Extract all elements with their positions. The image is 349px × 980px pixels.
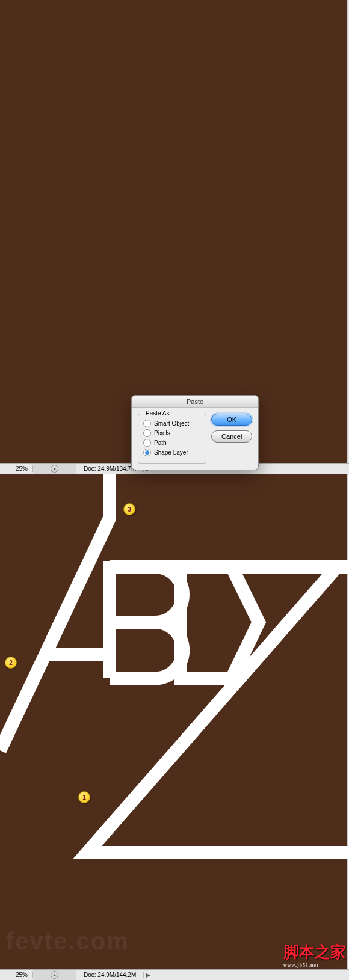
doc-menu[interactable]: ▸ (33, 970, 76, 980)
annotation-marker-1: 1 (78, 791, 90, 803)
artwork-shape (0, 474, 348, 969)
paste-dialog: Paste Paste As: Smart Object Pixels Path… (131, 395, 259, 470)
radio-label: Smart Object (154, 420, 189, 427)
dialog-title: Paste (132, 396, 258, 408)
radio-label: Shape Layer (154, 449, 188, 456)
radio-path[interactable]: Path (143, 439, 201, 447)
site-watermark: 脚本之家 www.jb51.net (283, 942, 346, 968)
radio-label: Pixels (154, 430, 170, 436)
doc-icon: ▸ (51, 465, 58, 473)
fieldset-legend: Paste As: (143, 410, 173, 417)
annotation-marker-2: 2 (5, 657, 17, 669)
radio-smart-object[interactable]: Smart Object (143, 420, 201, 427)
cancel-button[interactable]: Cancel (211, 430, 252, 443)
info-arrow-icon[interactable]: ▶ (144, 972, 152, 978)
canvas-top[interactable] (0, 0, 348, 463)
watermark-text: 脚本之家 (283, 943, 346, 961)
radio-pixels[interactable]: Pixels (143, 429, 201, 437)
radio-icon (143, 420, 151, 427)
zoom-level[interactable]: 25% (0, 972, 33, 978)
radio-icon (143, 439, 151, 447)
status-bar-bottom: 25% ▸ Doc: 24.9M/144.2M ▶ (0, 969, 349, 980)
doc-menu[interactable]: ▸ (33, 464, 76, 474)
radio-icon (143, 449, 151, 456)
watermark-url: www.jb51.net (283, 963, 346, 968)
canvas-bottom[interactable]: 1 2 3 fevte.com (0, 474, 348, 969)
faint-watermark: fevte.com (6, 928, 129, 955)
annotation-marker-3: 3 (123, 503, 135, 515)
radio-label: Path (154, 439, 167, 446)
zoom-level[interactable]: 25% (0, 465, 33, 472)
paste-as-fieldset: Paste As: Smart Object Pixels Path Shape… (138, 414, 206, 464)
ok-button[interactable]: OK (211, 414, 252, 426)
doc-info: Doc: 24.9M/144.2M (76, 972, 144, 978)
radio-shape-layer[interactable]: Shape Layer (143, 449, 201, 456)
doc-icon: ▸ (51, 971, 58, 979)
radio-icon (143, 429, 151, 437)
